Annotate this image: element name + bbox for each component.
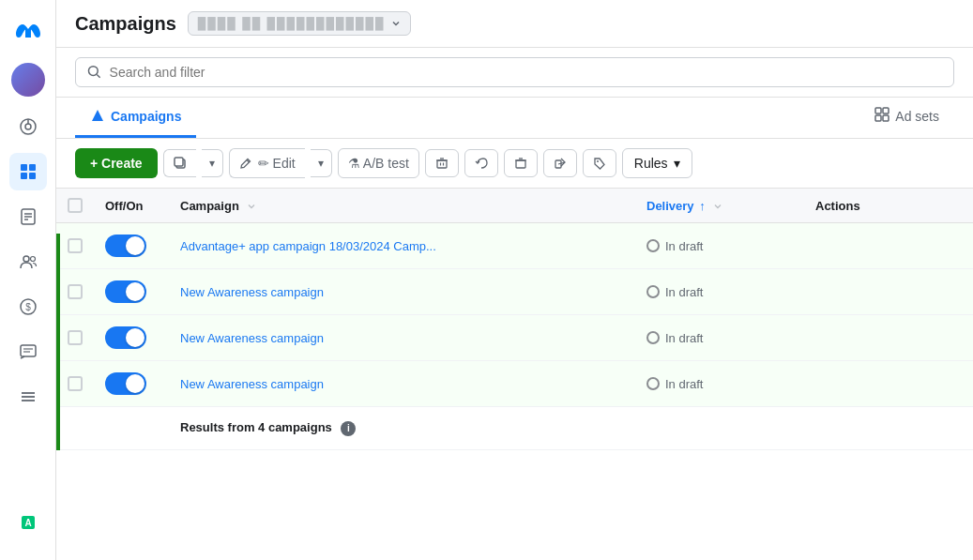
row3-status-dot	[646, 331, 660, 344]
adsets-tab-icon	[874, 107, 889, 126]
table-container: Off/On Campaign Delivery ↑	[56, 189, 973, 560]
delete-icon	[435, 157, 448, 170]
row4-toggle-cell	[94, 361, 169, 407]
row2-delivery-label: In draft	[665, 285, 703, 299]
row2-toggle-knob	[126, 282, 144, 301]
select-all-checkbox[interactable]	[68, 198, 83, 213]
results-delivery-cell	[635, 407, 804, 450]
delete-button[interactable]	[425, 149, 459, 177]
row4-toggle-knob	[126, 374, 144, 393]
svg-text:$: $	[25, 302, 31, 312]
edit-button[interactable]: ✏ Edit	[229, 148, 305, 178]
undo-button[interactable]	[464, 149, 498, 177]
row3-toggle[interactable]	[105, 326, 146, 349]
row2-toggle-cell	[94, 269, 169, 315]
tab-campaigns[interactable]: Campaigns	[75, 98, 196, 138]
sidebar-item-menu[interactable]	[9, 378, 47, 416]
delivery-dropdown-icon	[712, 201, 723, 212]
row1-toggle-knob	[126, 236, 144, 255]
row1-checkbox[interactable]	[68, 238, 83, 253]
row4-actions-cell	[804, 361, 973, 407]
top-header: Campaigns ████ ██ ████████████	[56, 0, 973, 48]
row2-campaign-cell: New Awareness campaign	[169, 269, 635, 315]
sidebar-item-campaigns[interactable]	[9, 153, 47, 190]
header-delivery-col[interactable]: Delivery ↑	[635, 189, 804, 223]
results-row: Results from 4 campaigns i	[56, 407, 973, 450]
header-actions-col: Actions	[804, 189, 973, 223]
row1-campaign-link[interactable]: Advantage+ app campaign 18/03/2024 Camp.…	[180, 239, 436, 253]
table-header-row: Off/On Campaign Delivery ↑	[56, 189, 973, 223]
row2-checkbox[interactable]	[68, 284, 83, 299]
page-title: Campaigns	[75, 13, 176, 35]
trash-button[interactable]	[504, 149, 538, 177]
tag-icon	[593, 157, 606, 170]
edit-dropdown-arrow[interactable]: ▾	[311, 149, 332, 177]
row4-checkbox-cell	[56, 361, 94, 407]
user-avatar[interactable]	[11, 63, 45, 97]
sidebar-item-posts[interactable]	[9, 333, 47, 371]
row4-campaign-cell: New Awareness campaign	[169, 361, 635, 407]
svg-rect-33	[175, 158, 183, 166]
svg-text:A: A	[24, 518, 31, 528]
row3-campaign-cell: New Awareness campaign	[169, 315, 635, 361]
sidebar-item-reports[interactable]	[9, 198, 47, 235]
row3-checkbox-cell	[56, 315, 94, 361]
row1-checkbox-cell	[56, 223, 94, 269]
campaigns-tab-icon	[90, 108, 105, 126]
tab-adsets[interactable]: Ad sets	[859, 98, 954, 138]
row4-toggle[interactable]	[105, 372, 146, 395]
header-checkbox-col	[56, 189, 94, 223]
search-icon	[87, 65, 102, 80]
meta-logo	[11, 11, 45, 48]
svg-point-25	[88, 67, 98, 76]
edit-icon	[239, 157, 252, 170]
undo-icon	[475, 157, 488, 170]
row3-delivery-status: In draft	[646, 331, 793, 345]
row1-toggle-cell	[94, 223, 169, 269]
sidebar-item-audiences[interactable]	[9, 243, 47, 280]
row1-delivery-label: In draft	[665, 239, 703, 253]
results-info-icon[interactable]: i	[341, 421, 356, 436]
duplicate-dropdown-arrow[interactable]: ▾	[202, 149, 223, 177]
row2-campaign-link[interactable]: New Awareness campaign	[180, 285, 324, 299]
rules-button[interactable]: Rules ▾	[622, 148, 692, 178]
row1-toggle[interactable]	[105, 235, 146, 257]
row3-checkbox[interactable]	[68, 330, 83, 345]
search-bar	[56, 48, 973, 98]
sidebar-item-billing[interactable]: $	[9, 288, 47, 325]
create-button[interactable]: + Create	[75, 148, 158, 178]
svg-rect-35	[437, 160, 447, 168]
row4-delivery-cell: In draft	[635, 361, 804, 407]
main-content: Campaigns ████ ██ ████████████ Campaigns	[56, 0, 973, 560]
row2-toggle[interactable]	[105, 280, 146, 303]
sidebar-item-dashboard[interactable]	[9, 108, 47, 145]
row3-toggle-knob	[126, 328, 144, 347]
sidebar-item-bottom[interactable]: A	[9, 504, 47, 541]
search-input[interactable]	[110, 65, 942, 80]
svg-rect-16	[21, 345, 36, 356]
row3-actions-cell	[804, 315, 973, 361]
row3-campaign-link[interactable]: New Awareness campaign	[180, 331, 324, 345]
svg-point-12	[23, 256, 29, 262]
duplicate-button[interactable]	[163, 149, 196, 177]
tag-button[interactable]	[583, 149, 616, 177]
header-offon-label: Off/On	[105, 199, 143, 213]
row3-delivery-label: In draft	[665, 331, 703, 345]
search-input-wrapper[interactable]	[75, 57, 954, 87]
adsets-tab-label: Ad sets	[895, 109, 939, 124]
row4-checkbox[interactable]	[68, 376, 83, 391]
svg-rect-40	[516, 160, 525, 168]
trash-icon	[514, 157, 527, 170]
green-accent-bar	[56, 234, 60, 450]
ab-test-button[interactable]: ⚗ A/B test	[338, 148, 419, 178]
rules-label: Rules	[634, 156, 668, 171]
row2-delivery-status: In draft	[646, 285, 793, 299]
table-row: New Awareness campaign In draft	[56, 315, 973, 361]
row1-actions-cell	[804, 223, 973, 269]
table-wrapper: Off/On Campaign Delivery ↑	[56, 189, 973, 450]
header-offon-col: Off/On	[94, 189, 169, 223]
share-button[interactable]	[543, 149, 577, 177]
svg-rect-0	[11, 11, 45, 45]
row4-campaign-link[interactable]: New Awareness campaign	[180, 377, 324, 391]
account-selector[interactable]: ████ ██ ████████████	[188, 11, 411, 36]
